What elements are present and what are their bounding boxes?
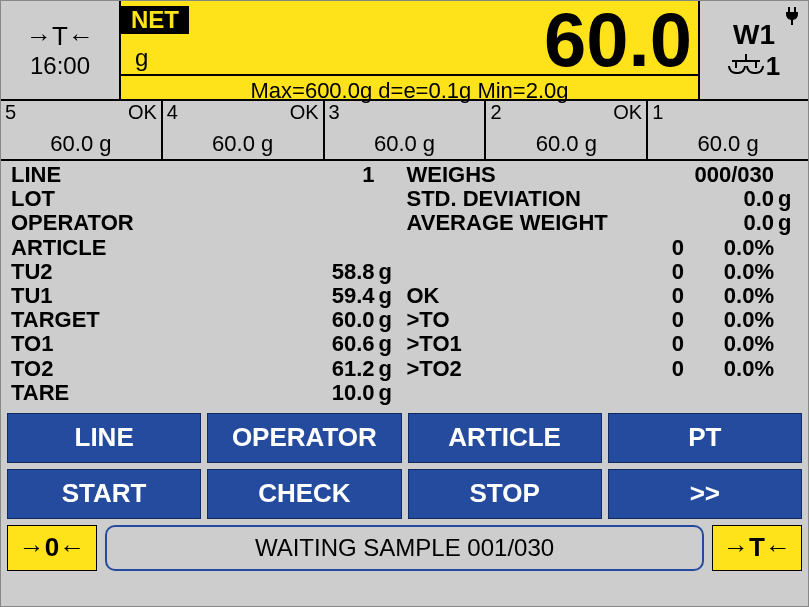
history-status: OK — [613, 101, 642, 124]
history-value: 60.0 g — [167, 131, 319, 159]
history-status: OK — [290, 101, 319, 124]
param-row: OPERATOR — [9, 211, 405, 235]
param-row: TARGET60.0g — [9, 308, 405, 332]
stat-row: OK00.0% — [405, 284, 801, 308]
net-badge: NET — [121, 6, 189, 34]
stat-row: 00.0% — [405, 236, 801, 260]
button-line[interactable]: LINE — [7, 413, 201, 463]
stat-row: WEIGHS000/030 — [405, 163, 801, 187]
header-left: →T← 16:00 — [1, 1, 121, 99]
history-value: 60.0 g — [329, 131, 481, 159]
button-check[interactable]: CHECK — [207, 469, 401, 519]
weight-value: 60.0 — [121, 6, 698, 74]
history-strip: 5OK60.0 g4OK60.0 g360.0 g2OK60.0 g160.0 … — [1, 99, 808, 161]
history-index: 5 — [5, 101, 16, 124]
param-row: LOT — [9, 187, 405, 211]
parameters-table: LINE1LOTOPERATORARTICLETU258.8gTU159.4gT… — [9, 163, 405, 405]
history-index: 3 — [329, 101, 340, 124]
button-row-1: LINEOPERATORARTICLEPT — [7, 413, 802, 463]
scale-icon — [728, 58, 764, 74]
button-operator[interactable]: OPERATOR — [207, 413, 401, 463]
zero-button[interactable]: →0← — [7, 525, 97, 571]
button--[interactable]: >> — [608, 469, 802, 519]
header-right: W1 1 — [698, 1, 808, 99]
header: →T← 16:00 NET g 60.0 Max=600.0g d=e=0.1g… — [1, 1, 808, 99]
stat-row: AVERAGE WEIGHT0.0g — [405, 211, 801, 235]
tare-button[interactable]: →T← — [712, 525, 802, 571]
status-bar: WAITING SAMPLE 001/030 — [105, 525, 704, 571]
history-cell: 160.0 g — [648, 101, 808, 159]
range-label: W1 — [733, 19, 775, 51]
statistics-table: WEIGHS000/030STD. DEVIATION0.0gAVERAGE W… — [405, 163, 801, 381]
param-row: TO160.6g — [9, 332, 405, 356]
param-row: LINE1 — [9, 163, 405, 187]
stat-row: >TO200.0% — [405, 357, 801, 381]
history-cell: 4OK60.0 g — [163, 101, 325, 159]
button-row-2: STARTCHECKSTOP>> — [7, 469, 802, 519]
history-value: 60.0 g — [652, 131, 804, 159]
button-pt[interactable]: PT — [608, 413, 802, 463]
data-panel: LINE1LOTOPERATORARTICLETU258.8gTU159.4gT… — [1, 161, 808, 409]
history-cell: 360.0 g — [325, 101, 487, 159]
stat-row: >TO00.0% — [405, 308, 801, 332]
stat-row: STD. DEVIATION0.0g — [405, 187, 801, 211]
history-status: OK — [128, 101, 157, 124]
param-row: ARTICLE — [9, 236, 405, 260]
button-panel: LINEOPERATORARTICLEPT STARTCHECKSTOP>> — [1, 409, 808, 519]
button-article[interactable]: ARTICLE — [408, 413, 602, 463]
weight-unit: g — [135, 44, 148, 72]
history-value: 60.0 g — [490, 131, 642, 159]
power-icon — [784, 7, 800, 30]
history-index: 4 — [167, 101, 178, 124]
param-row: TU258.8g — [9, 260, 405, 284]
param-row: TU159.4g — [9, 284, 405, 308]
history-index: 2 — [490, 101, 501, 124]
weight-display: NET g 60.0 Max=600.0g d=e=0.1g Min=2.0g — [121, 1, 698, 99]
param-row: TARE10.0g — [9, 381, 405, 405]
time-display: 16:00 — [30, 52, 90, 80]
footer: →0← WAITING SAMPLE 001/030 →T← — [1, 525, 808, 577]
history-value: 60.0 g — [5, 131, 157, 159]
history-index: 1 — [652, 101, 663, 124]
stat-row: >TO100.0% — [405, 332, 801, 356]
button-start[interactable]: START — [7, 469, 201, 519]
param-row: TO261.2g — [9, 357, 405, 381]
scale-number: 1 — [766, 51, 780, 82]
stat-row: 00.0% — [405, 260, 801, 284]
history-cell: 5OK60.0 g — [1, 101, 163, 159]
button-stop[interactable]: STOP — [408, 469, 602, 519]
history-cell: 2OK60.0 g — [486, 101, 648, 159]
tare-indicator: →T← — [26, 21, 94, 52]
